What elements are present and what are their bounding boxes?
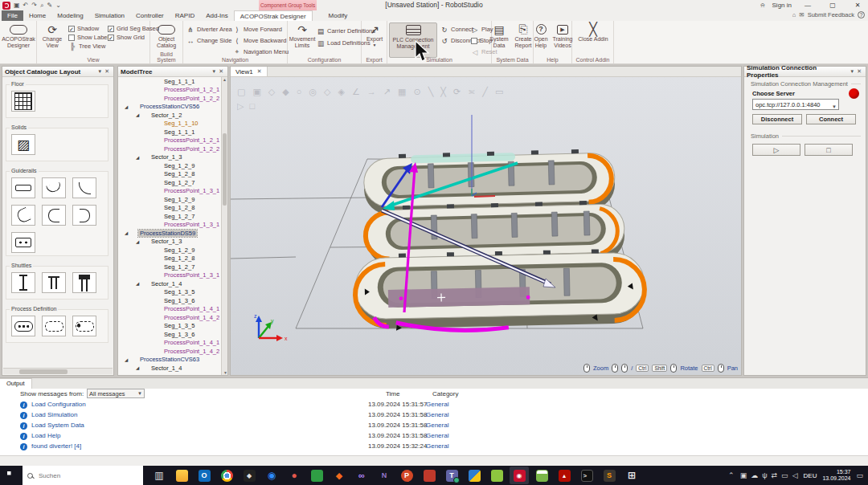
tree-item[interactable]: Seg_1_3_5 — [147, 288, 221, 297]
language-indicator[interactable]: DEU — [804, 472, 817, 479]
tree-item[interactable]: ProcessPoint_1_4_1 — [147, 305, 221, 314]
connect-button[interactable]: Connect — [806, 114, 856, 124]
start-button[interactable] — [0, 466, 23, 485]
output-tab[interactable]: Output — [0, 378, 32, 389]
move-forward-button[interactable]: ⟩Move Forward — [233, 25, 289, 34]
tree-item[interactable]: ProcessPoint_1_2_2 — [147, 145, 221, 153]
tree-expander[interactable]: ◢ — [134, 239, 141, 244]
tree-item[interactable]: Seg_1_2_9 — [147, 195, 221, 204]
move-backward-button[interactable]: ⟨Move Backward — [233, 36, 289, 45]
output-message-row[interactable]: i Load System Data 13.09.2024 15:31:58 G… — [0, 422, 868, 432]
notification-center-icon[interactable]: ▭ — [856, 471, 863, 479]
shuttle-single-icon[interactable] — [11, 272, 35, 293]
tree-item[interactable]: ◢ ProcessStationCVS56 — [123, 103, 221, 112]
ribbon-tab[interactable]: Controller — [130, 10, 170, 21]
tree-expander[interactable]: ◢ — [123, 104, 129, 109]
shuttle-wide-icon[interactable] — [42, 272, 66, 293]
chrome-icon[interactable] — [217, 467, 236, 484]
panel-menu-icon[interactable]: ▾ — [97, 68, 104, 75]
ribbon-tab[interactable]: Simulation — [89, 10, 130, 21]
browser-sphere-icon[interactable]: ● — [285, 467, 304, 484]
tree-item[interactable]: Seg_1_2_9 — [147, 161, 221, 170]
panel-menu-icon[interactable]: ▾ — [850, 68, 856, 75]
blue-yellow-app-icon[interactable] — [465, 467, 484, 484]
guiderail-connector-icon[interactable] — [11, 232, 35, 253]
task-view-icon[interactable]: ▥ — [149, 467, 169, 484]
sim-play-button[interactable]: ▷ — [752, 144, 800, 156]
floor-grid-icon[interactable] — [11, 91, 35, 112]
sublime-icon[interactable]: S — [600, 467, 619, 484]
sim-stop-button[interactable]: □ — [805, 144, 853, 156]
diverter-area-button[interactable]: ⋔Diverter Area — [186, 25, 232, 34]
change-view-button[interactable]: ⟳ Change View — [38, 22, 67, 56]
tree-item[interactable]: Seg_1_2_8 — [147, 170, 221, 179]
display-icon[interactable]: ▭ — [781, 471, 788, 479]
panel-menu-icon[interactable]: ▾ — [211, 68, 218, 75]
tree-item[interactable]: Seg_1_1_10 — [147, 120, 221, 128]
column-header-time[interactable]: Time — [386, 390, 399, 397]
powerpoint-icon[interactable]: P — [397, 467, 416, 484]
teams-icon[interactable]: T — [442, 467, 461, 484]
outlook-icon[interactable]: O — [194, 467, 214, 484]
show-labels-checkbox[interactable]: Show Labels — [68, 33, 112, 42]
server-combobox[interactable]: opc.tcp://127.0.0.1:4840 ▼ — [752, 99, 839, 110]
tree-expander[interactable]: ◢ — [134, 365, 141, 370]
minimize-button[interactable]: — — [799, 2, 817, 9]
microphone-icon[interactable]: ψ — [762, 471, 767, 479]
panel-close-icon[interactable]: ✕ — [855, 68, 863, 75]
ribbon-tab[interactable]: Modeling — [51, 10, 88, 21]
guiderail-curve-shallow-icon[interactable] — [42, 177, 66, 198]
tree-item[interactable]: Seg_1_3_6 — [147, 296, 221, 305]
ribbon-tab[interactable]: File — [2, 10, 23, 21]
tree-item[interactable]: ◢ ProcessStationDS59 — [123, 229, 221, 238]
tree-item[interactable]: ProcessPoint_1_3_1 — [147, 271, 221, 280]
tree-expander[interactable]: ◢ — [134, 155, 141, 160]
taskbar-search[interactable] — [23, 466, 143, 485]
ribbon-tab[interactable]: Add-Ins — [200, 10, 234, 21]
file-explorer-icon[interactable] — [172, 467, 191, 484]
navigation-menu-button[interactable]: ⌖Navigation Menu — [233, 47, 289, 56]
tree-item[interactable]: Seg_1_3_5 — [147, 322, 221, 331]
guiderail-straight-icon[interactable] — [11, 177, 35, 198]
column-header-category[interactable]: Category — [432, 390, 458, 397]
robotstudio-icon[interactable]: ◉ — [510, 467, 529, 484]
output-message-row[interactable]: i Load Simulation 13.09.2024 15:31:58 Ge… — [0, 411, 868, 422]
disconnect-button[interactable]: Disconnect — [752, 114, 802, 124]
panel-close-icon[interactable]: ✕ — [103, 68, 111, 75]
solid-box-icon[interactable] — [11, 134, 35, 155]
tree-expander[interactable]: ◢ — [134, 281, 141, 286]
editor-green-icon[interactable] — [487, 467, 506, 484]
tree-expander[interactable]: ◢ — [123, 230, 129, 235]
tree-item[interactable]: Seg_1_2_9 — [147, 246, 221, 255]
output-message-row[interactable]: i Load Configuration 13.09.2024 15:31:57… — [0, 401, 868, 411]
guiderail-c-shape-icon[interactable] — [42, 205, 66, 226]
tree-item[interactable]: Seg_1_1_1 — [147, 77, 221, 86]
tree-expander[interactable]: ◢ — [123, 357, 129, 362]
guiderail-hook-icon[interactable] — [11, 205, 35, 226]
search-input[interactable] — [37, 471, 125, 480]
clock[interactable]: 15:37 13.09.2024 — [822, 469, 850, 482]
onedrive-icon[interactable]: ☁ — [751, 471, 758, 479]
panel-close-icon[interactable]: ✕ — [217, 68, 225, 75]
guiderail-d-shape-icon[interactable] — [72, 205, 96, 226]
tree-item[interactable]: ProcessPoint_1_4_2 — [147, 347, 221, 356]
terminal-icon[interactable]: > — [577, 467, 596, 484]
tree-item[interactable]: Seg_1_2_7 — [147, 178, 221, 187]
system-data-button[interactable]: ▤ System Data — [485, 22, 513, 56]
sign-in-button[interactable]: Sign in — [772, 2, 792, 9]
tree-item[interactable]: ◢ ProcessStationCVS63 — [123, 356, 221, 365]
tree-item[interactable]: Seg_1_2_8 — [147, 255, 221, 263]
pin-app-icon[interactable]: ◉ — [262, 467, 281, 484]
automation-studio-icon[interactable] — [532, 467, 551, 484]
output-message-row[interactable]: i found diverter! [4] 13.09.2024 15:32:2… — [0, 442, 868, 453]
tree-item[interactable]: Seg_1_2_7 — [147, 263, 221, 271]
volume-icon[interactable]: ◁ — [792, 471, 798, 479]
tree-item[interactable]: ◢ Sector_1_2 — [134, 111, 221, 120]
ribbon-tab[interactable]: ACOPOStrak Designer — [234, 10, 313, 21]
tree-item[interactable]: ◢ Sector_1_3 — [134, 153, 221, 162]
close-button[interactable]: ✕ — [849, 2, 866, 9]
graphics-canvas[interactable]: ▢▣◇◆○◎◇◈∠→↗▦⊙╲╳⟳≍╱▭ ▷□ — [231, 77, 741, 375]
network-icon[interactable]: ⇄ — [772, 471, 778, 479]
tree-item[interactable]: ProcessPoint_1_2_1 — [147, 86, 221, 95]
tree-item[interactable]: ProcessPoint_1_2_1 — [147, 137, 221, 145]
